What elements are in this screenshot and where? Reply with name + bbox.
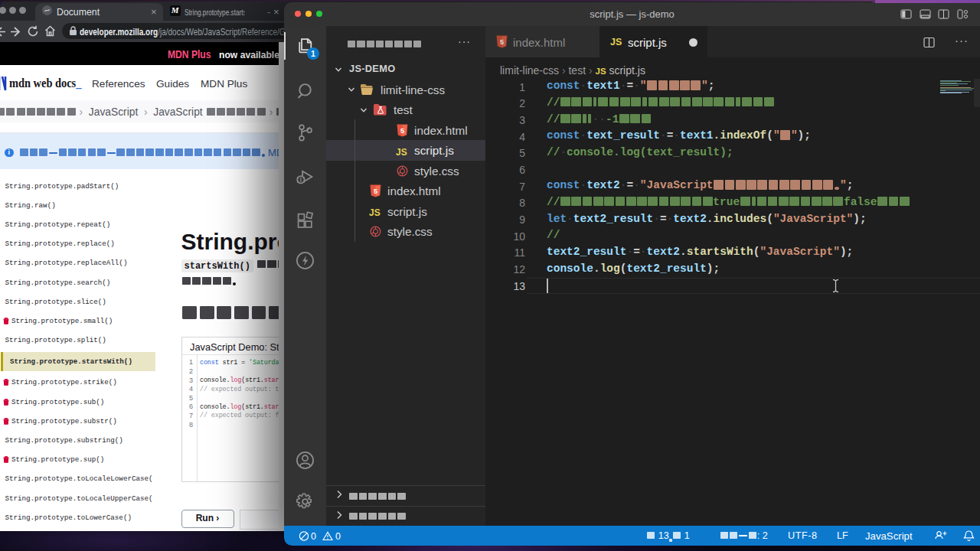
svg-text:5: 5 — [374, 187, 377, 195]
svg-text:0: 0 — [311, 531, 316, 542]
svg-text:5: 5 — [400, 126, 404, 134]
svg-text:5: 5 — [500, 38, 504, 46]
svg-text:0: 0 — [335, 531, 341, 542]
